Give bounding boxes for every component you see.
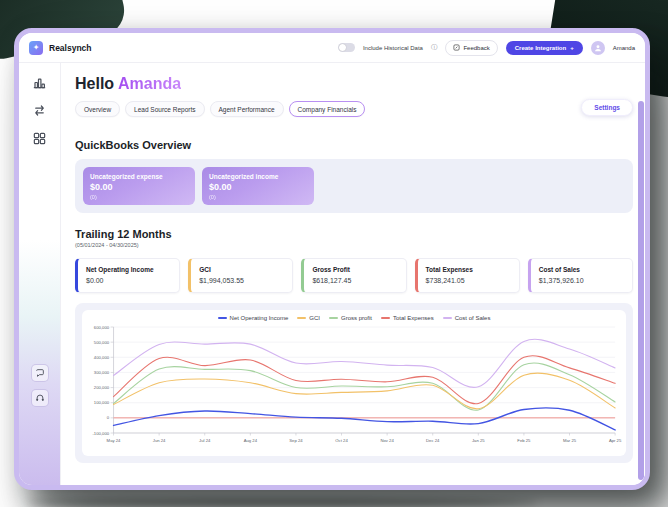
page-title: Hello Amanda (75, 75, 633, 93)
svg-text:Oct 24: Oct 24 (335, 438, 348, 443)
metric-label: Total Expenses (426, 266, 511, 273)
plus-icon: + (570, 45, 574, 51)
quickbooks-card-uncategorized-expense: Uncategorized expense$0.00(0) (83, 167, 195, 205)
svg-text:400,000: 400,000 (94, 355, 110, 360)
legend-label: Total Expenses (393, 315, 434, 321)
svg-text:0: 0 (107, 415, 110, 420)
card-value: $0.00 (209, 182, 307, 192)
chat-support-button[interactable] (31, 364, 49, 382)
legend-label: Net Operating Income (230, 315, 289, 321)
toggle-knob (339, 44, 346, 51)
tab-agent-performance[interactable]: Agent Performance (210, 101, 284, 117)
svg-text:600,000: 600,000 (94, 325, 110, 330)
user-greeting-name: Amanda (118, 75, 181, 92)
vertical-scrollbar[interactable] (638, 101, 644, 480)
legend-marker (218, 317, 227, 320)
metric-card-gci: GCI$1,994,053.55 (188, 258, 293, 293)
svg-text:Apr 25: Apr 25 (609, 438, 622, 443)
svg-text:Feb 25: Feb 25 (517, 438, 531, 443)
realsynch-logo-icon: ✦ (29, 41, 43, 55)
user-name: Amanda (613, 45, 635, 51)
series-line-net-operating-income (114, 408, 616, 430)
feedback-label: Feedback (463, 45, 489, 51)
legend-label: GCI (309, 315, 320, 321)
user-avatar[interactable] (591, 41, 605, 55)
legend-marker (329, 317, 338, 320)
svg-text:Dec 24: Dec 24 (426, 438, 440, 443)
main-content: Hello Amanda OverviewLead Source Reports… (61, 63, 645, 485)
svg-text:Jun 24: Jun 24 (153, 438, 166, 443)
app-title: Realsynch (49, 43, 92, 53)
tabs-row: OverviewLead Source ReportsAgent Perform… (75, 101, 633, 117)
metric-label: GCI (199, 266, 284, 273)
app-window: ✦ Realsynch Include Historical Data ⓘ Fe… (14, 28, 650, 490)
legend-item-gci[interactable]: GCI (297, 315, 320, 321)
svg-text:Jul 24: Jul 24 (199, 438, 211, 443)
metric-card-cost-of-sales: Cost of Sales$1,375,926.10 (528, 258, 633, 293)
metric-value: $618,127.45 (312, 277, 397, 284)
grid-icon[interactable] (32, 131, 47, 146)
headset-support-button[interactable] (31, 389, 49, 407)
card-label: Uncategorized expense (90, 173, 188, 180)
legend-marker (297, 317, 306, 320)
svg-text:Aug 24: Aug 24 (244, 438, 258, 443)
swap-arrows-icon[interactable] (32, 103, 47, 118)
chat-icon (35, 368, 45, 378)
series-line-gross-profit (114, 363, 616, 410)
svg-text:-100,000: -100,000 (92, 431, 109, 436)
svg-text:May 24: May 24 (107, 438, 121, 443)
historical-data-toggle[interactable] (338, 43, 355, 52)
chart-icon[interactable] (32, 75, 47, 90)
metric-card-total-expenses: Total Expenses$738,241.05 (415, 258, 520, 293)
trailing-12-months-title: Trailing 12 Months (75, 228, 633, 240)
create-integration-button[interactable]: Create Integration + (506, 41, 583, 55)
metric-card-gross-profit: Gross Profit$618,127.45 (301, 258, 406, 293)
feedback-button[interactable]: Feedback (445, 40, 497, 56)
legend-marker (443, 317, 452, 320)
series-line-gci (114, 373, 616, 409)
card-count: (0) (209, 194, 307, 200)
svg-text:500,000: 500,000 (94, 340, 110, 345)
card-count: (0) (90, 194, 188, 200)
legend-marker (381, 317, 390, 320)
metric-card-net-operating-income: Net Operating Income$0.00 (75, 258, 180, 293)
metric-label: Gross Profit (312, 266, 397, 273)
svg-text:Mar 25: Mar 25 (563, 438, 577, 443)
legend-label: Cost of Sales (455, 315, 491, 321)
tab-lead-source-reports[interactable]: Lead Source Reports (125, 101, 204, 117)
tab-overview[interactable]: Overview (75, 101, 120, 117)
legend-item-net-operating-income[interactable]: Net Operating Income (218, 315, 289, 321)
card-label: Uncategorized income (209, 173, 307, 180)
trailing-date-range: (05/01/2024 - 04/30/2025) (75, 242, 633, 248)
settings-button[interactable]: Settings (581, 99, 633, 116)
metric-value: $1,994,053.55 (199, 277, 284, 284)
backdrop-bottom-shadow (26, 499, 538, 506)
legend-item-gross-profit[interactable]: Gross profit (329, 315, 372, 321)
feedback-icon (453, 44, 460, 51)
quickbooks-panel: Uncategorized expense$0.00(0)Uncategoriz… (75, 159, 633, 213)
sidebar (19, 63, 61, 485)
person-icon (594, 44, 602, 52)
trend-chart: -100,0000100,000200,000300,000400,000500… (86, 323, 622, 453)
svg-text:Nov 24: Nov 24 (380, 438, 394, 443)
svg-text:100,000: 100,000 (94, 400, 110, 405)
metric-label: Cost of Sales (539, 266, 624, 273)
metric-value: $738,241.05 (426, 277, 511, 284)
chart-card: Net Operating IncomeGCIGross profitTotal… (82, 310, 626, 456)
chart-panel: Net Operating IncomeGCIGross profitTotal… (75, 303, 633, 463)
chart-legend: Net Operating IncomeGCIGross profitTotal… (86, 315, 622, 321)
svg-text:Sep 24: Sep 24 (289, 438, 303, 443)
legend-label: Gross profit (341, 315, 372, 321)
legend-item-total-expenses[interactable]: Total Expenses (381, 315, 434, 321)
historical-data-toggle-label: Include Historical Data (363, 45, 423, 51)
info-icon[interactable]: ⓘ (431, 43, 438, 52)
legend-item-cost-of-sales[interactable]: Cost of Sales (443, 315, 491, 321)
headset-icon (35, 393, 45, 403)
metric-value: $1,375,926.10 (539, 277, 624, 284)
metric-label: Net Operating Income (86, 266, 171, 273)
metric-value: $0.00 (86, 277, 171, 284)
card-value: $0.00 (90, 182, 188, 192)
top-bar: ✦ Realsynch Include Historical Data ⓘ Fe… (19, 33, 645, 63)
metrics-row: Net Operating Income$0.00GCI$1,994,053.5… (75, 258, 633, 293)
tab-company-financials[interactable]: Company Financials (289, 101, 366, 117)
